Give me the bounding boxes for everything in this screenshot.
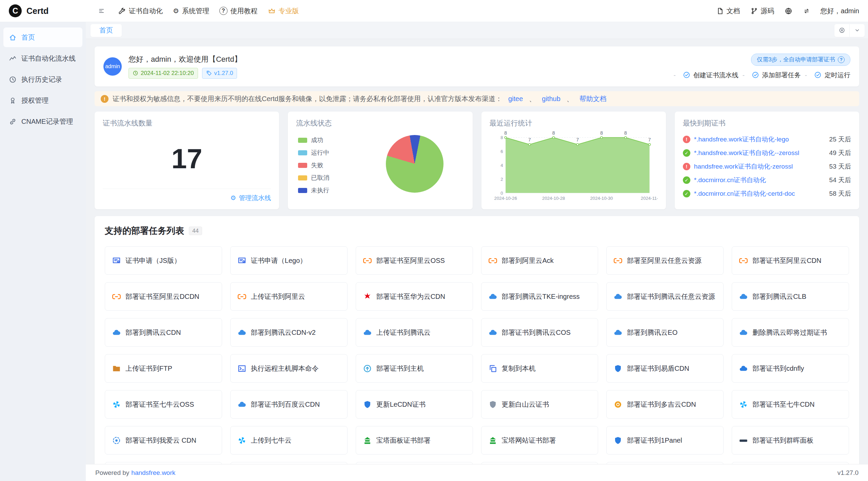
task-icon [739, 400, 748, 409]
sidebar-item[interactable]: 授权管理 [3, 91, 82, 110]
plugin-button[interactable] [803, 7, 810, 15]
sidebar-item[interactable]: 首页 [3, 27, 82, 47]
svg-text:7: 7 [528, 137, 531, 142]
task-card[interactable]: 删除腾讯云即将过期证书 [732, 318, 849, 347]
task-card[interactable]: 部署证书至阿里云CDN [732, 246, 849, 275]
task-card[interactable]: 部署证书到主机 [356, 354, 473, 383]
task-card[interactable]: 部署证书到cdnfly [732, 354, 849, 383]
tag-icon [206, 70, 212, 77]
expiry-link[interactable]: handsfree.work证书自动化-zerossl [694, 162, 822, 171]
task-card[interactable]: 部署证书到群晖面板 [732, 426, 849, 455]
task-card[interactable]: 上传证书到FTP [105, 354, 222, 383]
nav-item-icon: ? [219, 7, 228, 15]
expiry-days: 54 天后 [829, 176, 851, 185]
sidebar-item[interactable]: CNAME记录管理 [3, 112, 82, 131]
task-card[interactable]: 部署证书至华为云CDN [356, 282, 473, 311]
task-card[interactable]: 部署证书至阿里云OSS [356, 246, 473, 275]
legend-item: 成功 [298, 136, 329, 144]
task-card[interactable]: 部署证书到腾讯云任意云资源 [606, 282, 724, 311]
task-card[interactable]: 部署证书至阿里云DCDN [105, 282, 222, 311]
task-card[interactable]: 部署至阿里云任意云资源 [606, 246, 724, 275]
task-icon [363, 292, 372, 301]
task-card[interactable]: 部署到腾讯云CDN-v2 [230, 318, 348, 347]
task-card[interactable]: 部署证书到易盾CDN [606, 354, 724, 383]
tabs-dropdown-button[interactable] [849, 24, 865, 37]
task-card[interactable]: 部署到腾讯云EO [606, 318, 724, 347]
task-card[interactable]: 部署证书到我爱云 CDN [105, 426, 222, 455]
expiry-link[interactable]: *.handsfree.work证书自动化--zerossl [694, 149, 822, 157]
task-card[interactable]: 宝塔面板证书部署 [356, 426, 473, 455]
task-label: 部署证书到腾讯云COS [502, 328, 571, 337]
task-card[interactable]: 上传证书到腾讯云 [356, 318, 473, 347]
task-card[interactable]: 部署证书至七牛云OSS [105, 390, 222, 419]
expiry-link[interactable]: *.docmirror.cn证书自动化-certd-doc [694, 189, 822, 198]
task-card[interactable]: 证书申请（Lego） [230, 246, 348, 275]
header-nav-item[interactable]: 证书自动化 [113, 0, 168, 22]
task-card[interactable]: 部署到阿里云Ack [481, 246, 598, 275]
gear-icon: ⚙ [230, 194, 236, 202]
svg-text:8: 8 [552, 130, 555, 136]
task-card[interactable]: 部署证书到多吉云CDN [606, 390, 724, 419]
close-tab-button[interactable] [834, 24, 849, 37]
status-icon [683, 149, 690, 157]
header-nav-item[interactable]: 专业版 [263, 0, 304, 22]
language-button[interactable] [785, 7, 792, 15]
docs-button[interactable]: 文档 [716, 6, 740, 16]
task-card[interactable]: 更新白山云证书 [481, 390, 598, 419]
legend-item: 失败 [298, 161, 329, 169]
legend-swatch [298, 138, 307, 143]
step-separator: - [743, 72, 745, 79]
task-label: 部署到腾讯云EO [627, 328, 677, 337]
notice-text: 、 [529, 94, 536, 103]
task-card[interactable]: 宝塔网站证书部署 [481, 426, 598, 455]
sidebar-item-label: 首页 [21, 33, 35, 42]
task-card[interactable]: 部署到腾讯云TKE-ingress [481, 282, 598, 311]
task-card[interactable]: 上传证书到阿里云 [230, 282, 348, 311]
setup-step[interactable]: - 定时运行 [801, 71, 850, 80]
task-card[interactable]: 执行远程主机脚本命令 [230, 354, 348, 383]
expiry-list: *.handsfree.work证书自动化-lego 25 天后 *.hands… [683, 133, 851, 200]
promo-badge[interactable]: 仅需3步，全自动申请部署证书 ? [751, 54, 850, 66]
task-card[interactable]: 部署证书到1Panel [606, 426, 724, 455]
task-card[interactable]: 部署到腾讯云CLB [732, 282, 849, 311]
user-avatar: admin [103, 57, 122, 76]
task-card[interactable]: 证书申请（JS版） [105, 246, 222, 275]
task-card[interactable]: 部署证书至七牛CDN [732, 390, 849, 419]
manage-pipelines-link[interactable]: ⚙ 管理流水线 [103, 189, 271, 203]
powered-by-link[interactable]: handsfree.work [131, 469, 175, 477]
sidebar-collapse-button[interactable] [95, 4, 108, 18]
source-code-button[interactable]: 源码 [750, 6, 774, 16]
task-label: 部署证书至阿里云DCDN [125, 292, 199, 301]
task-label: 部署证书到我爱云 CDN [125, 436, 196, 445]
tab-home[interactable]: 首页 [91, 24, 122, 37]
legend-item: 运行中 [298, 149, 329, 157]
legend-swatch [298, 163, 307, 168]
expiry-link[interactable]: *.handsfree.work证书自动化-lego [694, 135, 822, 144]
task-card[interactable]: 部署证书到腾讯云COS [481, 318, 598, 347]
expiry-link[interactable]: *.docmirror.cn证书自动化 [694, 176, 822, 185]
sidebar-item-icon [9, 76, 17, 83]
header-nav-item[interactable]: ⚙ 系统管理 [168, 0, 214, 22]
user-menu[interactable]: 您好，admin [821, 6, 859, 16]
expiry-days: 53 天后 [829, 162, 851, 171]
task-card[interactable]: 上传到七牛云 [230, 426, 348, 455]
swap-icon [803, 7, 810, 15]
header-nav-item[interactable]: ? 使用教程 [214, 0, 263, 22]
svg-text:6: 6 [500, 149, 503, 154]
task-label: 部署证书到百度云CDN [251, 400, 320, 409]
sidebar-item[interactable]: 执行历史记录 [3, 70, 82, 89]
sidebar-item[interactable]: 证书自动化流水线 [3, 49, 82, 68]
task-card[interactable]: 更新LeCDN证书 [356, 390, 473, 419]
task-icon [739, 328, 748, 337]
setup-step[interactable]: - 创建证书流水线 [669, 71, 738, 80]
svg-text:0: 0 [500, 191, 503, 196]
legend-label: 成功 [311, 136, 323, 144]
task-icon [739, 364, 748, 373]
task-card[interactable]: 部署证书到百度云CDN [230, 390, 348, 419]
expiry-item: *.handsfree.work证书自动化--zerossl 49 天后 [683, 146, 851, 160]
task-card[interactable]: 部署到腾讯云CDN [105, 318, 222, 347]
notice-text: 证书和授权为敏感信息，不要使用来历不明的在线Certd服务和镜像，以免泄露；请务… [113, 94, 502, 103]
setup-step[interactable]: - 添加部署任务 [738, 71, 801, 80]
close-circle-icon [839, 27, 845, 34]
task-card[interactable]: 复制到本机 [481, 354, 598, 383]
